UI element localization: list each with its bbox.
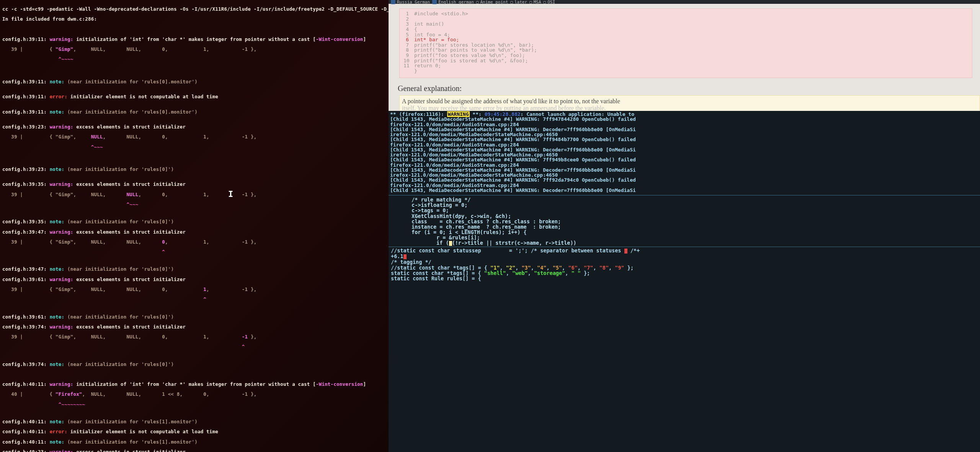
included-from: In file included from dwm.c:286: — [2, 16, 386, 21]
caret-line: ^ — [2, 297, 386, 302]
browser-toolbar[interactable]: Russia German English german ▢Anime poin… — [389, 0, 980, 4]
log-line: [Child 1543, MediaDecoderStateMachine #4… — [390, 137, 978, 142]
folder-icon: ▢ — [544, 0, 546, 5]
editor-line: static const char *tags[] = { "shell", "… — [391, 270, 978, 276]
diag-line: config.h:39:35: note: (near initializati… — [2, 219, 386, 224]
diff-marker-icon — [624, 249, 627, 254]
caret-line: ^ — [2, 344, 386, 349]
code-line: 9 printf("foo stores value %d\n", foo); — [403, 53, 968, 58]
src-line: 40 | { "Firefox", NULL, NULL, 1 << 8, 0,… — [2, 392, 386, 397]
src-line: 39 | { "Gimp", NULL, NULL, 0, 1, -1 }, — [2, 287, 386, 292]
firefox-log-terminal[interactable]: ** (firefox:1116): WARNING **: 09:45:28.… — [389, 111, 980, 195]
browser-window[interactable]: Russia German English german ▢Anime poin… — [389, 0, 980, 111]
bookmark-label: later — [514, 0, 527, 5]
text-cursor-icon: I — [228, 190, 233, 198]
diag-line: config.h:39:35: warning: excess elements… — [2, 182, 386, 187]
src-line: 39 | { "Gimp", NULL, NULL, 0, 1, -1 }, — [2, 334, 386, 339]
diag-line: config.h:39:61: note: (near initializati… — [2, 314, 386, 319]
code-line: 11 return 0; — [403, 63, 968, 68]
diag-line: config.h:40:11: note: (near initializati… — [2, 439, 386, 444]
editor-line: class = ch.res_class ? ch.res_class : br… — [412, 219, 978, 224]
code-line: 8 printf("bar points to value %d\n", *ba… — [403, 47, 968, 53]
diag-line: config.h:39:23: note: (near initializati… — [2, 167, 386, 172]
code-line: 6 int* bar = foo; — [403, 37, 968, 42]
code-line: 2 — [403, 16, 968, 22]
src-line: 39 | { "Gimp", NULL, NULL, 0, 1, -1 },I — [2, 192, 386, 197]
src-line: 39 | { "Gimp", NULL, NULL, 0, 1, -1 }, — [2, 239, 386, 244]
editor-line: instance = ch.res_name ? ch.res_name : b… — [412, 224, 978, 229]
code-line: 5 int foo = 4; — [403, 32, 968, 37]
compiler-terminal[interactable]: cc -c -std=c99 -pedantic -Wall -Wno-depr… — [0, 0, 389, 452]
diag-line: config.h:39:74: note: (near initializati… — [2, 362, 386, 367]
bookmark-folder[interactable]: ▢later — [510, 0, 527, 5]
lower-terminals[interactable]: ** (firefox:1116): WARNING **: 09:45:28.… — [389, 111, 980, 452]
editor-pane-top[interactable]: /* rule matching */c->isfloating = 0;c->… — [389, 195, 980, 247]
folder-icon: ▢ — [476, 0, 479, 5]
src-line: 39 | { "Gimp", NULL, NULL, 0, 1, -1 }, — [2, 47, 386, 52]
diag-line: config.h:39:74: warning: excess elements… — [2, 324, 386, 329]
compile-command: cc -c -std=c99 -pedantic -Wall -Wno-depr… — [2, 7, 386, 11]
log-line: [Child 1543, MediaDecoderStateMachine #4… — [390, 188, 978, 193]
editor-line: static const Rule rules[] = { — [391, 276, 978, 281]
log-line: irefox-121.0/dom/media/MediaDecoderState… — [390, 152, 978, 157]
log-line: [Child 1543, MediaDecoderStateMachine #4… — [390, 147, 978, 152]
log-line: firefox-121.0/dom/media/AudioStream.cpp:… — [390, 142, 978, 147]
code-line: 4{ — [403, 27, 968, 32]
bookmark-label: English german — [438, 0, 474, 5]
bookmark-icon — [432, 0, 437, 4]
editor-line: c->tags = 0; — [412, 208, 978, 213]
caret-line: ^~~~ — [2, 202, 386, 207]
bookmark-label: MSA — [534, 0, 541, 5]
bookmark-folder[interactable]: ▢OSI — [544, 0, 555, 5]
diag-line: config.h:39:47: warning: excess elements… — [2, 229, 386, 234]
bookmark-item[interactable]: English german — [432, 0, 474, 5]
caret-line: ^~~~ — [2, 145, 386, 150]
code-line: 7 printf("bar stores location %d\n", bar… — [403, 42, 968, 48]
editor-line: //static const char statussep = ';'; /* … — [391, 248, 978, 254]
log-line: [Child 1543, MediaDecoderStateMachine #4… — [390, 127, 978, 132]
editor-line: if ((!r->title || strstr(c->name, r->tit… — [412, 240, 978, 246]
bookmark-folder[interactable]: ▢MSA — [529, 0, 541, 5]
diag-line: config.h:40:11: warning: initialization … — [2, 382, 386, 387]
bookmark-icon — [391, 0, 395, 4]
log-line: firefox-121.0/dom/media/AudioStream.cpp:… — [390, 122, 978, 127]
log-line: [Child 1543, MediaDecoderStateMachine #4… — [390, 167, 978, 172]
bookmark-folder[interactable]: ▢Anime point — [476, 0, 508, 5]
bookmark-label: Anime point — [480, 0, 508, 5]
log-line: [Child 1543, MediaDecoderStateMachine #4… — [390, 157, 978, 162]
editor-line: //static const char *tags[] = { "1", "2"… — [391, 265, 978, 270]
editor-pane-bottom[interactable]: //static const char statussep = ';'; /* … — [389, 247, 980, 282]
code-line: 10 printf("foo is stored at %d\n", &foo)… — [403, 58, 968, 63]
editor-line: r = &rules[i]; — [412, 235, 978, 240]
log-line: ** (firefox:1116): WARNING **: 09:45:28.… — [390, 112, 978, 117]
diag-line: config.h:39:11: error: initializer eleme… — [2, 94, 386, 99]
diag-line: config.h:39:11: warning: initialization … — [2, 37, 386, 42]
text-cursor-icon — [449, 241, 452, 246]
diag-line: config.h:40:23: warning: excess elements… — [2, 449, 386, 452]
caret-line: ^~~~~ — [2, 57, 386, 62]
diag-line: config.h:40:11: note: (near initializati… — [2, 419, 386, 424]
log-line: irefox-121.0/dom/media/MediaDecoderState… — [390, 132, 978, 137]
caret-line: ^ — [2, 249, 386, 254]
bookmark-label: Russia German — [397, 0, 430, 5]
caret-line: ^~~~~~~~~ — [2, 402, 386, 407]
bookmark-item[interactable]: Russia German — [391, 0, 430, 5]
log-line: irefox-121.0/dom/media/MediaDecoderState… — [390, 172, 978, 177]
diag-line: config.h:39:11: note: (near initializati… — [2, 109, 386, 114]
editor-line: /* tagging */ — [391, 259, 978, 265]
editor-line: for (i = 0; i < LENGTH(rules); i++) { — [412, 229, 978, 235]
log-line: firefox-121.0/dom/media/AudioStream.cpp:… — [390, 183, 978, 188]
example-code-block: 1#include <stdio.h>23int main()4{5 int f… — [399, 8, 972, 78]
explanation-text: A pointer should be assigned the address… — [402, 98, 977, 105]
general-explanation-box: A pointer should be assigned the address… — [399, 95, 980, 112]
src-line: 39 | { "Gimp", NULL, NULL, 0, 1, -1 }, — [2, 134, 386, 139]
right-pane: Russia German English german ▢Anime poin… — [389, 0, 980, 452]
log-line: [Child 1543, MediaDecoderStateMachine #4… — [390, 177, 978, 182]
code-line: 3int main() — [403, 21, 968, 27]
folder-icon: ▢ — [510, 0, 513, 5]
diag-line: config.h:40:11: error: initializer eleme… — [2, 429, 386, 434]
diag-line: config.h:39:11: note: (near initializati… — [2, 79, 386, 84]
log-line: [Child 1543, MediaDecoderStateMachine #4… — [390, 117, 978, 122]
bookmark-label: OSI — [547, 0, 555, 5]
code-line: } — [403, 68, 968, 74]
